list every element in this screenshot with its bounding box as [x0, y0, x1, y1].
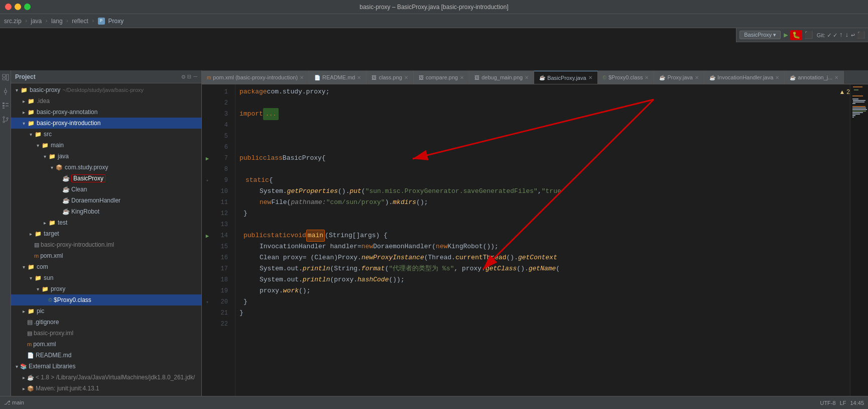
tree-root[interactable]: 📁 basic-proxy ~/Desktop/study/java/basic… [11, 84, 201, 95]
code-line-7[interactable]: public class BasicProxy { [235, 153, 868, 164]
tree-item-basicproxy[interactable]: ☕ BasicProxy [11, 173, 201, 184]
code-line-5[interactable] [235, 131, 868, 142]
status-linesep[interactable]: LF [840, 400, 846, 406]
tab-readme[interactable]: 📄 README.md ✕ [309, 71, 366, 84]
breadcrumb-java[interactable]: java [31, 18, 42, 25]
tab-close-pom[interactable]: ✕ [300, 75, 304, 80]
sidebar-icon-commit[interactable] [1, 86, 11, 96]
code-line-15[interactable]: InvocationHandler handler = new Doraemon… [235, 241, 868, 252]
tree-item-kingrobot[interactable]: ☕ KingRobot [11, 206, 201, 217]
run-config-selector[interactable]: BasicProxy ▾ [739, 31, 781, 39]
tab-close-readme[interactable]: ✕ [357, 75, 361, 80]
tree-item-readme[interactable]: 📄 README.md [11, 350, 201, 361]
status-linecol[interactable]: 14:45 [850, 400, 864, 406]
breadcrumb-proxy[interactable]: Proxy [108, 18, 124, 25]
tree-item-proxy0[interactable]: © $Proxy0.class [11, 294, 201, 305]
minimize-button[interactable] [15, 4, 21, 10]
tab-annotation[interactable]: ☕ annotation_j... ✕ [785, 71, 844, 84]
tree-item-jdk[interactable]: ☕ < 1.8 > /Library/Java/JavaVirtualMachi… [11, 372, 201, 383]
tab-close-invocation[interactable]: ✕ [775, 75, 779, 80]
panel-collapse-icon[interactable]: ⊟ [187, 73, 191, 81]
gutter-7[interactable]: ▶ [202, 153, 213, 164]
code-line-2[interactable] [235, 97, 868, 109]
tree-item-com-study-proxy[interactable]: 📦 com.study.proxy [11, 162, 201, 173]
status-git[interactable]: ⎇ main [4, 399, 24, 406]
code-line-10[interactable]: System.getProperties().put("sun.misc.Pro… [235, 186, 868, 197]
breadcrumb-src[interactable]: src.zip [4, 18, 22, 25]
tree-item-introduction[interactable]: 📁 basic-proxy-introduction [11, 118, 201, 129]
traffic-lights[interactable] [5, 4, 31, 10]
tree-item-doraemon[interactable]: ☕ DoraemonHandler [11, 195, 201, 206]
debug-button[interactable]: 🐛 [790, 30, 802, 40]
tab-close-compare[interactable]: ✕ [460, 75, 464, 80]
git-checkmark2[interactable]: ✓ [833, 31, 837, 39]
run-main-icon[interactable]: ▶ [206, 233, 209, 239]
sidebar-icon-structure[interactable] [1, 100, 11, 111]
code-line-19[interactable]: proxy.work(); [235, 285, 868, 296]
code-line-12[interactable]: } [235, 208, 868, 219]
code-line-17[interactable]: System.out.println(String.format("代理者的类型… [235, 263, 868, 274]
tab-invocation[interactable]: ☕ InvocationHandler.java ✕ [704, 71, 785, 84]
tree-item-com[interactable]: 📁 com [11, 261, 201, 272]
gutter-14[interactable]: ▶ [202, 230, 213, 241]
git-checkmark1[interactable]: ✓ [827, 31, 831, 39]
import-block[interactable]: ... [263, 108, 279, 120]
code-line-20[interactable]: } [235, 296, 868, 308]
status-encoding[interactable]: UTF-8 [820, 400, 835, 406]
tree-item-annotation[interactable]: 📁 basic-proxy-annotation [11, 107, 201, 118]
tab-basicproxy[interactable]: ☕ BasicProxy.java ✕ [534, 71, 597, 84]
code-line-6[interactable] [235, 142, 868, 153]
code-line-4[interactable] [235, 120, 868, 131]
tab-proxyjava[interactable]: ☕ Proxy.java ✕ [654, 71, 704, 84]
panel-settings-icon[interactable]: ⚙ [182, 73, 186, 81]
tree-item-src[interactable]: 📁 src [11, 129, 201, 140]
tree-item-idea[interactable]: 📁 .idea [11, 95, 201, 107]
code-content[interactable]: package com.study.proxy; import ... publ… [235, 84, 868, 409]
code-line-9[interactable]: static { [235, 175, 868, 186]
tab-class-png[interactable]: 🖼 class.png ✕ [366, 71, 413, 84]
tree-item-junit[interactable]: 📦 Maven: junit:junit:4.13.1 [11, 383, 201, 394]
code-line-21[interactable]: } [235, 308, 868, 319]
tree-item-pom-intro[interactable]: m pom.xml [11, 250, 201, 261]
tab-compare[interactable]: 🖼 compare.png ✕ [414, 71, 469, 84]
tab-debug[interactable]: 🖼 debug_main.png ✕ [469, 71, 534, 84]
code-line-13[interactable] [235, 219, 868, 230]
fold-icon-20[interactable]: ▾ [206, 299, 208, 305]
sidebar-icon-project[interactable] [1, 72, 11, 82]
tab-close-proxyjava[interactable]: ✕ [695, 75, 699, 80]
tab-close-basicproxy[interactable]: ✕ [588, 75, 592, 80]
sidebar-icon-pull-requests[interactable] [1, 115, 11, 125]
tree-item-pom[interactable]: m pom.xml [11, 339, 201, 350]
file-tree[interactable]: 📁 basic-proxy ~/Desktop/study/java/basic… [11, 83, 201, 409]
close-button[interactable] [5, 4, 12, 10]
panel-more-icon[interactable]: — [193, 73, 197, 80]
tree-item-pic[interactable]: 📁 pic [11, 305, 201, 317]
tree-item-sun[interactable]: 📁 sun [11, 272, 201, 283]
tree-item-gitignore[interactable]: ▤ .gitignore [11, 317, 201, 328]
redo-button[interactable]: ⬛ [857, 31, 865, 39]
breadcrumb-reflect[interactable]: reflect [72, 18, 88, 25]
tab-close-annotation[interactable]: ✕ [834, 75, 838, 80]
code-line-14[interactable]: public static void main(String[] args) { [235, 230, 868, 241]
code-line-11[interactable]: new File( pathname: "com/sun/proxy").mkd… [235, 197, 868, 208]
run-button[interactable]: ▶ [784, 31, 788, 39]
tree-item-target[interactable]: 📁 target [11, 228, 201, 239]
maximize-button[interactable] [24, 4, 31, 10]
tree-item-clean[interactable]: ☕ Clean [11, 184, 201, 195]
stop-button[interactable]: ⬛ [804, 31, 813, 39]
tree-item-java[interactable]: 📁 java [11, 151, 201, 162]
tab-close-debug[interactable]: ✕ [525, 75, 529, 80]
code-line-18[interactable]: System.out.println(proxy.hashCode()); [235, 274, 868, 285]
tree-item-basicproxy-iml[interactable]: ▤ basic-proxy.iml [11, 328, 201, 339]
fold-icon-9[interactable]: ▾ [206, 178, 208, 183]
tree-item-bpi-iml[interactable]: ▤ basic-proxy-introduction.iml [11, 239, 201, 250]
tab-pom[interactable]: m pom.xml (basic-proxy-introduction) ✕ [202, 71, 309, 84]
tab-close-class-png[interactable]: ✕ [404, 75, 408, 80]
code-line-8[interactable] [235, 164, 868, 175]
tree-item-test[interactable]: 📁 test [11, 217, 201, 228]
git-arrow-up[interactable]: ↑ [839, 31, 843, 39]
code-line-16[interactable]: Clean proxy = (Clean) Proxy.newProxyInst… [235, 252, 868, 263]
tree-item-proxy-folder[interactable]: 📁 proxy [11, 283, 201, 294]
tree-item-external-libs[interactable]: 📚 External Libraries [11, 361, 201, 372]
code-editor[interactable]: ▶ ▾ ▶ ▾ [202, 84, 868, 409]
